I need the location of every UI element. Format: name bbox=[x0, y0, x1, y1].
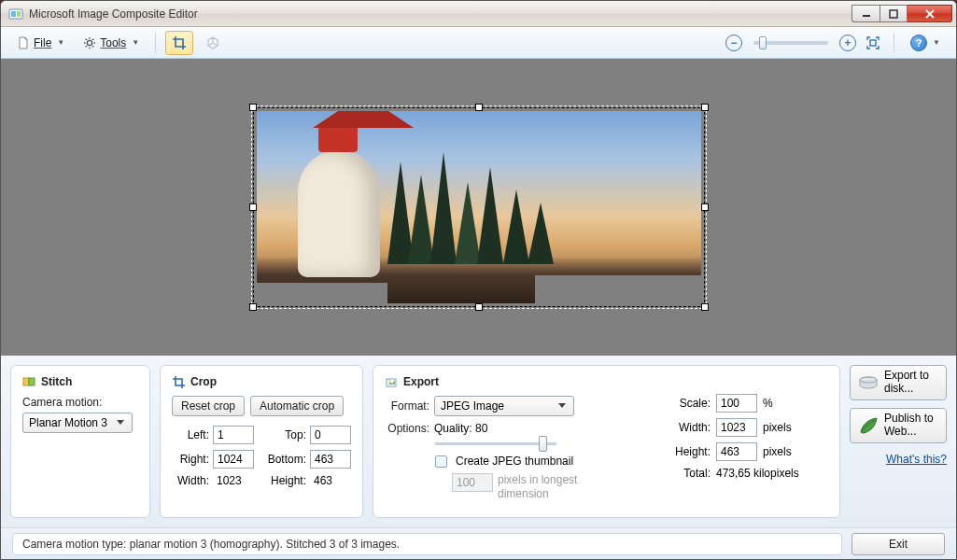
exit-button[interactable]: Exit bbox=[851, 533, 945, 555]
height-unit: pixels bbox=[763, 445, 792, 458]
close-button[interactable] bbox=[908, 5, 952, 22]
whats-this-link[interactable]: What's this? bbox=[850, 453, 947, 466]
zoom-slider[interactable] bbox=[753, 41, 828, 45]
crop-width-value: 1023 bbox=[213, 474, 261, 487]
camera-motion-value: Planar Motion 3 bbox=[29, 416, 107, 429]
crop-right-input[interactable]: 1024 bbox=[213, 450, 254, 469]
file-menu[interactable]: File ▼ bbox=[10, 31, 71, 55]
zoom-out-button[interactable]: − bbox=[725, 35, 742, 51]
svg-rect-15 bbox=[23, 378, 29, 385]
crop-handle-se[interactable] bbox=[701, 303, 709, 311]
quality-label: Quality: 80 bbox=[434, 422, 487, 435]
file-menu-label: File bbox=[34, 36, 51, 49]
publish-to-web-button[interactable]: Publish to Web... bbox=[850, 408, 947, 443]
disk-icon bbox=[858, 372, 879, 393]
automatic-crop-button[interactable]: Automatic crop bbox=[250, 396, 344, 416]
crop-icon bbox=[172, 375, 185, 388]
zoom-slider-thumb[interactable] bbox=[759, 36, 767, 49]
crop-bottom-input[interactable]: 463 bbox=[310, 450, 351, 469]
svg-point-5 bbox=[88, 40, 92, 45]
chevron-down-icon bbox=[555, 399, 570, 413]
crop-width-label: Width: bbox=[172, 474, 213, 487]
canvas-area[interactable] bbox=[1, 59, 956, 356]
gear-icon bbox=[83, 36, 96, 49]
thumbnail-unit-label: pixels in longest dimension bbox=[498, 473, 591, 500]
crop-handle-n[interactable] bbox=[475, 104, 483, 111]
status-text: Camera motion type: planar motion 3 (hom… bbox=[12, 533, 842, 555]
toolbar-separator bbox=[155, 33, 156, 53]
minimize-button[interactable] bbox=[851, 5, 880, 22]
svg-line-13 bbox=[92, 38, 93, 39]
svg-line-10 bbox=[86, 38, 87, 39]
svg-point-18 bbox=[388, 380, 390, 382]
chevron-down-icon: ▼ bbox=[132, 38, 139, 47]
scale-label: Scale: bbox=[669, 397, 711, 410]
maximize-button[interactable] bbox=[880, 5, 908, 22]
format-value: JPEG Image bbox=[441, 399, 504, 413]
crop-height-label: Height: bbox=[261, 474, 310, 487]
export-title: Export bbox=[385, 375, 653, 388]
crop-handle-sw[interactable] bbox=[249, 303, 257, 311]
export-height-label: Height: bbox=[669, 445, 711, 458]
crop-handle-ne[interactable] bbox=[701, 104, 709, 111]
format-label: Format: bbox=[385, 399, 429, 413]
publish-to-web-label: Publish to Web... bbox=[884, 413, 938, 439]
export-width-input[interactable]: 1023 bbox=[716, 418, 757, 437]
export-height-input[interactable]: 463 bbox=[716, 442, 757, 461]
svg-rect-4 bbox=[890, 10, 897, 18]
stitch-panel: Stitch Camera motion: Planar Motion 3 bbox=[10, 365, 150, 518]
rotate-tool-button[interactable] bbox=[199, 31, 227, 55]
scale-unit: % bbox=[763, 397, 773, 410]
reset-crop-button[interactable]: Reset crop bbox=[172, 396, 245, 416]
svg-rect-16 bbox=[29, 378, 35, 385]
chevron-down-icon: ▼ bbox=[57, 38, 64, 47]
quality-slider-thumb[interactable] bbox=[539, 436, 547, 452]
crop-tool-button[interactable] bbox=[165, 31, 193, 55]
crop-top-input[interactable]: 0 bbox=[310, 426, 351, 444]
panels-area: Stitch Camera motion: Planar Motion 3 Cr… bbox=[1, 356, 956, 527]
quality-slider[interactable] bbox=[435, 442, 556, 445]
actions-column: Export to disk... Publish to Web... What… bbox=[850, 365, 947, 518]
svg-line-11 bbox=[92, 46, 93, 47]
app-icon bbox=[8, 7, 23, 21]
svg-rect-3 bbox=[863, 15, 870, 17]
statusbar: Camera motion type: planar motion 3 (hom… bbox=[1, 527, 956, 559]
format-dropdown[interactable]: JPEG Image bbox=[434, 396, 574, 416]
stitch-icon bbox=[22, 375, 35, 388]
crop-title: Crop bbox=[172, 375, 351, 388]
crop-handle-s[interactable] bbox=[475, 303, 483, 311]
crop-handle-e[interactable] bbox=[701, 203, 709, 211]
width-unit: pixels bbox=[763, 421, 792, 434]
tools-menu[interactable]: Tools ▼ bbox=[77, 31, 146, 55]
fit-button[interactable] bbox=[862, 31, 884, 55]
crop-right-label: Right: bbox=[172, 453, 213, 466]
create-thumbnail-checkbox[interactable] bbox=[435, 455, 447, 468]
svg-rect-2 bbox=[17, 11, 21, 17]
scale-input[interactable]: 100 bbox=[716, 394, 757, 413]
options-label: Options: bbox=[385, 422, 429, 435]
help-icon: ? bbox=[910, 35, 927, 51]
cube-icon bbox=[205, 35, 220, 50]
leaf-icon bbox=[858, 415, 879, 436]
crop-icon bbox=[172, 35, 187, 50]
tools-menu-label: Tools bbox=[100, 36, 126, 49]
fit-icon bbox=[866, 35, 880, 50]
camera-motion-dropdown[interactable]: Planar Motion 3 bbox=[22, 413, 133, 433]
crop-frame[interactable] bbox=[249, 104, 709, 311]
zoom-in-button[interactable]: + bbox=[839, 35, 856, 51]
crop-border[interactable] bbox=[253, 107, 705, 307]
export-icon bbox=[385, 375, 398, 388]
crop-handle-w[interactable] bbox=[249, 203, 257, 211]
crop-height-value: 463 bbox=[310, 474, 359, 487]
crop-left-input[interactable]: 1 bbox=[213, 426, 254, 444]
crop-left-label: Left: bbox=[172, 428, 213, 441]
crop-panel: Crop Reset crop Automatic crop Left: 1 T… bbox=[160, 365, 363, 518]
thumbnail-size-input: 100 bbox=[452, 473, 493, 492]
minus-icon: − bbox=[731, 36, 738, 49]
help-menu[interactable]: ? ▼ bbox=[904, 31, 947, 55]
export-to-disk-button[interactable]: Export to disk... bbox=[850, 365, 947, 400]
camera-motion-label: Camera motion: bbox=[22, 396, 102, 409]
create-thumbnail-label: Create JPEG thumbnail bbox=[456, 455, 573, 468]
app-window: Microsoft Image Composite Editor File ▼ … bbox=[0, 0, 957, 560]
crop-handle-nw[interactable] bbox=[249, 104, 257, 111]
